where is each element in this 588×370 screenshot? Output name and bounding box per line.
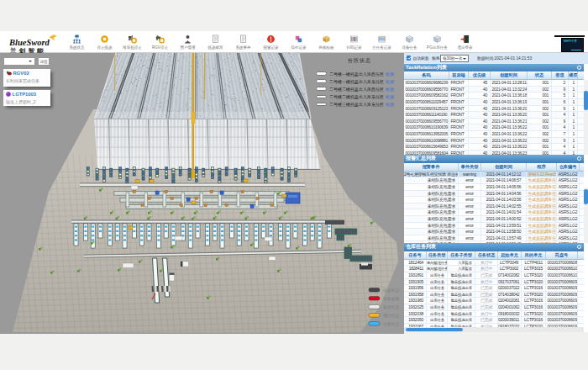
svg-text:任务状态: 任务状态 bbox=[383, 322, 399, 326]
svg-text:设备常态: 设备常态 bbox=[382, 288, 399, 293]
svg-text:设备故障: 设备故障 bbox=[382, 296, 399, 302]
svg-text:有货状态: 有货状态 bbox=[383, 305, 399, 309]
